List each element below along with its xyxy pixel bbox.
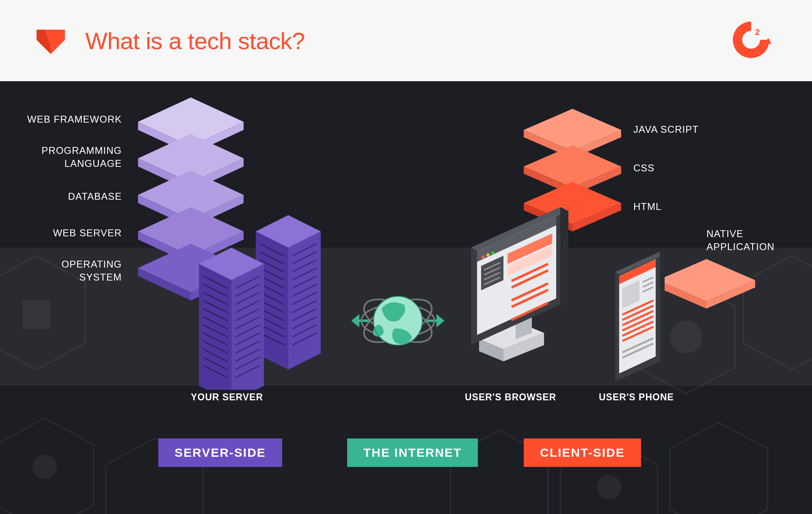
server-layer-label: WEB SERVER: [16, 227, 122, 239]
svg-marker-105: [658, 259, 755, 301]
desktop-monitor-icon: [455, 199, 593, 371]
phone-icon: [603, 248, 672, 387]
svg-point-117: [482, 255, 485, 259]
svg-marker-90: [438, 317, 443, 325]
server-layer-label: PROGRAMMINGLANGUAGE: [16, 144, 122, 171]
server-layer-label: WEB FRAMEWORK: [16, 114, 122, 125]
svg-point-118: [486, 253, 490, 257]
client-side-pill: CLIENT-SIDE: [524, 438, 641, 467]
server-caption: YOUR SERVER: [191, 392, 263, 403]
svg-rect-5: [22, 300, 51, 329]
header-left: What is a tech stack?: [32, 24, 305, 58]
svg-marker-15: [670, 422, 767, 514]
browser-caption: USER'S BROWSER: [465, 392, 556, 403]
svg-text:2: 2: [755, 28, 760, 37]
globe-icon: [349, 276, 447, 367]
phone-caption: USER'S PHONE: [599, 392, 674, 403]
svg-point-119: [491, 251, 495, 255]
server-side-pill: SERVER-SIDE: [158, 438, 282, 467]
svg-marker-134: [660, 252, 665, 364]
brand-arrow-icon: [32, 24, 69, 58]
server-tower-icon: [191, 211, 353, 391]
native-app-label-line: APPLICATION: [706, 240, 775, 253]
page-title: What is a tech stack?: [85, 27, 305, 54]
svg-point-14: [597, 475, 621, 499]
header: What is a tech stack? 2: [0, 0, 812, 81]
svg-point-7: [670, 321, 702, 353]
g2-logo-icon: 2: [731, 19, 771, 62]
server-layer-label: DATABASE: [16, 191, 122, 202]
server-layer-label: OPERATINGSYSTEM: [16, 258, 122, 284]
svg-marker-88: [353, 317, 358, 325]
bg-hex-icon: [666, 418, 771, 514]
native-app-label-line: NATIVE: [706, 227, 775, 240]
diagram-canvas: WEB FRAMEWORK PROGRAMMINGLANGUAGE DATABA…: [0, 81, 812, 514]
svg-marker-114: [560, 207, 568, 309]
client-layer-label: HTML: [633, 201, 661, 212]
native-app-label: NATIVE APPLICATION: [706, 227, 775, 254]
svg-point-10: [32, 455, 57, 479]
bg-hex-icon: [0, 414, 97, 514]
client-layer-label: JAVA SCRIPT: [633, 124, 699, 135]
client-layer-label: CSS: [633, 162, 654, 174]
internet-pill: THE INTERNET: [347, 438, 478, 467]
